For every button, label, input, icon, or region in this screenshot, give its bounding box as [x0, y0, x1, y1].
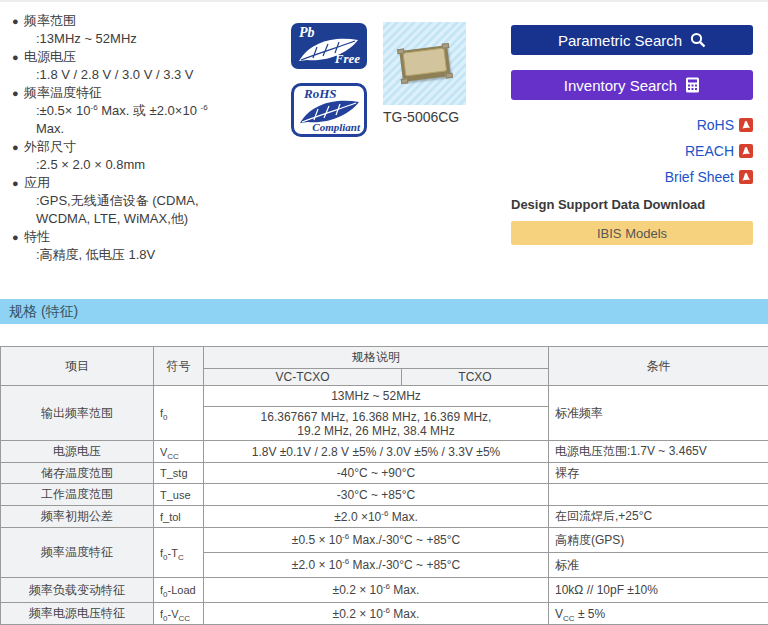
bullet-item: ● 特性 :高精度, 低电压 1.8V [10, 228, 290, 264]
ibis-models-button[interactable]: IBIS Models [511, 221, 753, 245]
inventory-search-button[interactable]: Inventory Search [511, 70, 753, 100]
search-icon [690, 32, 706, 48]
bullet-dot: ● [10, 138, 24, 156]
bullet-item: ● 电源电压 :1.8 V / 2.8 V / 3.0 V / 3.3 V [10, 48, 290, 84]
product-overview: ● 频率范围 :13MHz ~ 52MHz ● 电源电压 :1.8 V / 2.… [0, 2, 768, 299]
bullet-item: ● 频率温度特征 :±0.5× 10-6 Max. 或 ±2.0×10 -6Ma… [10, 84, 290, 138]
cell-spec: ±2.0 ×10-6 Max. [204, 506, 549, 528]
spec-table: 项目 符号 规格说明 条件 VC-TCXO TCXO 输出频率范围 f0 13M… [0, 346, 768, 625]
bullet-title: 外部尺寸 [24, 138, 76, 156]
cell-item: 频率初期公差 [1, 506, 154, 528]
bullet-dot: ● [10, 48, 24, 66]
cell-symbol: f0 [154, 386, 204, 441]
cell-condition: 高精度(GPS) [549, 528, 768, 553]
rohs-compliant-badge: RoHS Compliant [291, 83, 367, 137]
cell-symbol: T_use [154, 484, 204, 506]
bullet-item: ● 应用 :GPS,无线通信设备 (CDMA,WCDMA, LTE, WiMAX… [10, 174, 290, 228]
bullet-title: 频率温度特征 [24, 84, 102, 102]
doc-link-reach[interactable]: REACH [511, 138, 753, 164]
cell-symbol: VCC [154, 441, 204, 463]
cell-condition: 裸存 [549, 463, 768, 484]
product-photo [383, 22, 466, 105]
pb-free-badge: Pb Free [291, 23, 367, 69]
header-spec-group: 规格说明 [204, 347, 549, 369]
cell-spec: 16.367667 MHz, 16.368 MHz, 16.369 MHz,19… [204, 407, 549, 441]
product-name: TG-5006CG [383, 109, 459, 125]
header-symbol: 符号 [154, 347, 204, 386]
cell-symbol: f0-TC [154, 528, 204, 578]
design-support-heading: Design Support Data Download [511, 197, 753, 212]
cell-item: 储存温度范围 [1, 463, 154, 484]
pb-free-label2: Free [335, 51, 360, 67]
pdf-icon [739, 170, 753, 184]
cell-condition: 标准频率 [549, 386, 768, 441]
cell-spec: ±0.2 × 10-6 Max. [204, 578, 549, 603]
cell-symbol: f0-VCC [154, 603, 204, 625]
table-row: 输出频率范围 f0 13MHz ~ 52MHz 标准频率 [1, 386, 768, 407]
cell-spec: -40°C ~ +90°C [204, 463, 549, 484]
bullet-item: ● 外部尺寸 :2.5 × 2.0 × 0.8mm [10, 138, 290, 174]
cell-item: 频率温度特征 [1, 528, 154, 578]
doc-link-label: REACH [685, 143, 734, 159]
inventory-search-label: Inventory Search [564, 77, 677, 94]
table-row: 频率电源电压特征 f0-VCC ±0.2 × 10-6 Max. VCC ± 5… [1, 603, 768, 625]
cell-condition: 在回流焊后,+25°C [549, 506, 768, 528]
table-row: 电源电压 VCC 1.8V ±0.1V / 2.8 V ±5% / 3.0V ±… [1, 441, 768, 463]
bullet-title: 电源电压 [24, 48, 76, 66]
bullet-value: :高精度, 低电压 1.8V [10, 246, 290, 264]
bullet-dot: ● [10, 228, 24, 246]
doc-link-rohs[interactable]: RoHS [511, 112, 753, 138]
doc-link-label: RoHS [697, 117, 734, 133]
header-item: 项目 [1, 347, 154, 386]
bullet-dot: ● [10, 12, 24, 30]
bullet-title: 频率范围 [24, 12, 76, 30]
header-condition: 条件 [549, 347, 768, 386]
cell-item: 工作温度范围 [1, 484, 154, 506]
bullet-value: :GPS,无线通信设备 (CDMA,WCDMA, LTE, WiMAX,他) [10, 192, 290, 228]
crystal-chip-image [399, 45, 450, 82]
cell-condition [549, 484, 768, 506]
table-row: 频率温度特征 f0-TC ±0.5 × 10-6 Max./-30°C ~ +8… [1, 528, 768, 553]
doc-link-brief-sheet[interactable]: Brief Sheet [511, 164, 753, 190]
table-row: 频率负载变动特征 f0-Load ±0.2 × 10-6 Max. 10kΩ /… [1, 578, 768, 603]
feature-bullet-list: ● 频率范围 :13MHz ~ 52MHz ● 电源电压 :1.8 V / 2.… [10, 12, 290, 264]
table-row: 储存温度范围 T_stg -40°C ~ +90°C 裸存 [1, 463, 768, 484]
header-tcxo: TCXO [402, 369, 549, 386]
cell-item: 频率电源电压特征 [1, 603, 154, 625]
bullet-dot: ● [10, 174, 24, 192]
table-row: 工作温度范围 T_use -30°C ~ +85°C [1, 484, 768, 506]
cell-spec: 13MHz ~ 52MHz [204, 386, 549, 407]
bullet-value: :±0.5× 10-6 Max. 或 ±2.0×10 -6Max. [10, 102, 290, 138]
parametric-search-label: Parametric Search [558, 32, 682, 49]
doc-link-label: Brief Sheet [665, 169, 734, 185]
bullet-value: :1.8 V / 2.8 V / 3.0 V / 3.3 V [10, 66, 290, 84]
cell-item: 输出频率范围 [1, 386, 154, 441]
bullet-value: :2.5 × 2.0 × 0.8mm [10, 156, 290, 174]
table-row: 频率初期公差 f_tol ±2.0 ×10-6 Max. 在回流焊后,+25°C [1, 506, 768, 528]
bullet-item: ● 频率范围 :13MHz ~ 52MHz [10, 12, 290, 48]
cell-spec: -30°C ~ +85°C [204, 484, 549, 506]
parametric-search-button[interactable]: Parametric Search [511, 25, 753, 55]
bullet-title: 特性 [24, 228, 50, 246]
cell-item: 电源电压 [1, 441, 154, 463]
cell-symbol: T_stg [154, 463, 204, 484]
cell-item: 频率负载变动特征 [1, 578, 154, 603]
table-header-row: 项目 符号 规格说明 条件 [1, 347, 768, 369]
document-links: RoHS REACH Brief Sheet [511, 112, 753, 190]
pdf-icon [739, 144, 753, 158]
cell-spec: ±2.0 × 10-6 Max./-30°C ~ +85°C [204, 553, 549, 578]
action-column: Parametric Search Inventory Search RoHS [511, 2, 753, 245]
cell-spec: 1.8V ±0.1V / 2.8 V ±5% / 3.0V ±5% / 3.3V… [204, 441, 549, 463]
header-vc-tcxo: VC-TCXO [204, 369, 402, 386]
cell-symbol: f0-Load [154, 578, 204, 603]
section-title: 规格 (特征) [0, 299, 768, 324]
cell-spec: ±0.5 × 10-6 Max./-30°C ~ +85°C [204, 528, 549, 553]
calculator-icon [685, 77, 700, 93]
bullet-value: :13MHz ~ 52MHz [10, 30, 290, 48]
cell-condition: VCC ± 5% [549, 603, 768, 625]
cell-condition: 标准 [549, 553, 768, 578]
cell-symbol: f_tol [154, 506, 204, 528]
cell-spec: ±0.2 × 10-6 Max. [204, 603, 549, 625]
pdf-icon [739, 118, 753, 132]
cell-condition: 10kΩ // 10pF ±10% [549, 578, 768, 603]
